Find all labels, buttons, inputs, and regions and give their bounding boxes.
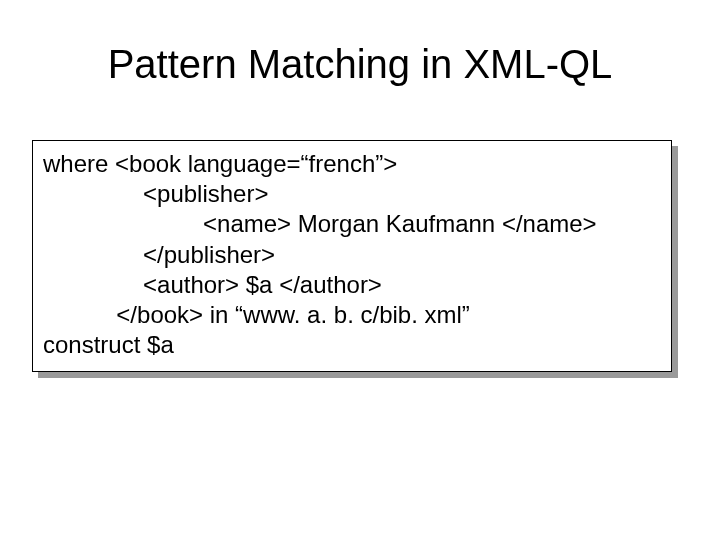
slide: Pattern Matching in XML-QL where <book l…: [0, 0, 720, 540]
code-line-1: where <book language=“french”>: [43, 150, 397, 177]
page-title: Pattern Matching in XML-QL: [0, 42, 720, 87]
code-box: where <book language=“french”> <publishe…: [32, 140, 672, 372]
code-line-6: </book> in “www. a. b. c/bib. xml”: [43, 301, 470, 328]
code-line-2: <publisher>: [43, 180, 268, 207]
code-line-4: </publisher>: [43, 241, 275, 268]
code-line-5: <author> $a </author>: [43, 271, 382, 298]
code-line-3: <name> Morgan Kaufmann </name>: [43, 210, 597, 237]
code-block: where <book language=“french”> <publishe…: [43, 149, 663, 361]
code-line-7: construct $a: [43, 331, 174, 358]
